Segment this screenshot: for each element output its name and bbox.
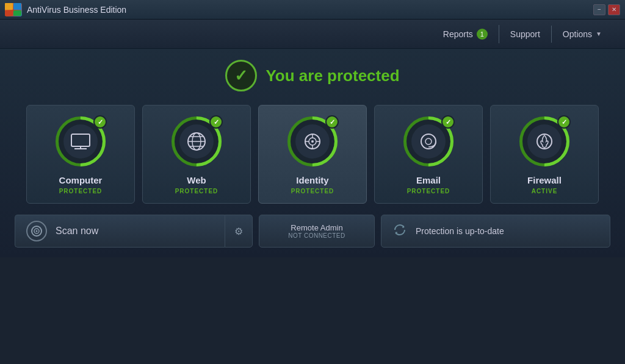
main-content: You are protected ✓ Computer PROTE — [0, 49, 625, 257]
remote-admin-button[interactable]: Remote Admin NOT CONNECTED — [259, 215, 375, 248]
computer-module-status: PROTECTED — [59, 188, 103, 194]
bottom-bar: Scan now ⚙ Remote Admin NOT CONNECTED Pr… — [15, 215, 610, 248]
identity-check-icon: ✓ — [325, 115, 339, 129]
settings-icon: ⚙ — [234, 226, 243, 237]
web-module-status: PROTECTED — [175, 188, 219, 194]
reports-nav-item[interactable]: Reports 1 — [432, 25, 499, 43]
svg-point-8 — [192, 133, 201, 150]
identity-icon — [295, 124, 330, 159]
svg-point-19 — [421, 134, 436, 149]
web-check-icon: ✓ — [209, 115, 223, 129]
computer-icon — [63, 124, 98, 159]
email-icon — [411, 124, 446, 159]
web-module-name: Web — [187, 175, 206, 185]
app-title: AntiVirus Business Edition — [27, 5, 126, 15]
status-header: You are protected — [15, 60, 610, 91]
computer-check-icon: ✓ — [93, 115, 107, 129]
update-label: Protection is up-to-date — [416, 226, 504, 236]
email-module-status: PROTECTED — [407, 188, 450, 194]
support-nav-item[interactable]: Support — [499, 26, 552, 43]
options-label: Options — [563, 29, 592, 39]
close-button[interactable]: ✕ — [608, 4, 620, 15]
scan-now-button[interactable]: Scan now — [15, 215, 225, 248]
remote-admin-status: NOT CONNECTED — [288, 232, 345, 239]
firewall-icon-wrapper: ✓ — [519, 116, 569, 166]
email-icon-wrapper: ✓ — [403, 116, 453, 166]
modules-grid: ✓ Computer PROTECTED — [15, 105, 610, 204]
svg-point-12 — [305, 134, 320, 149]
email-module-name: Email — [416, 175, 441, 185]
svg-point-7 — [188, 133, 205, 150]
titlebar: AntiVirus Business Edition − ✕ — [0, 0, 625, 20]
update-button[interactable]: Protection is up-to-date — [381, 215, 610, 248]
computer-module-name: Computer — [59, 175, 103, 185]
status-text: You are protected — [266, 66, 399, 85]
firewall-module-name: Firewall — [527, 175, 562, 185]
update-icon — [392, 223, 407, 240]
svg-point-24 — [36, 230, 38, 232]
scan-label: Scan now — [56, 226, 98, 237]
module-card-email[interactable]: ✓ Email PROTECTED — [374, 105, 483, 204]
identity-icon-wrapper: ✓ — [287, 116, 338, 166]
svg-rect-4 — [71, 134, 90, 146]
svg-point-21 — [537, 134, 552, 149]
scan-settings-button[interactable]: ⚙ — [225, 215, 253, 248]
computer-icon-wrapper: ✓ — [56, 116, 106, 166]
firewall-check-icon: ✓ — [557, 115, 571, 129]
reports-label: Reports — [443, 29, 473, 39]
firewall-module-status: ACTIVE — [532, 188, 558, 194]
svg-rect-3 — [13, 10, 21, 16]
titlebar-controls: − ✕ — [593, 4, 620, 15]
svg-rect-1 — [13, 3, 21, 10]
svg-point-13 — [309, 138, 316, 145]
remote-admin-label: Remote Admin — [291, 223, 342, 232]
web-icon — [179, 124, 214, 159]
options-nav-item[interactable]: Options ▼ — [552, 26, 613, 43]
scan-icon — [26, 221, 47, 241]
module-card-firewall[interactable]: ✓ Firewall ACTIVE — [490, 105, 599, 204]
identity-module-status: PROTECTED — [291, 188, 334, 194]
header-nav: Reports 1 Support Options ▼ — [0, 20, 625, 49]
status-check-circle — [225, 60, 257, 91]
firewall-icon — [527, 124, 562, 159]
web-icon-wrapper: ✓ — [172, 116, 222, 166]
svg-point-14 — [311, 140, 314, 143]
svg-point-20 — [425, 138, 432, 145]
identity-module-name: Identity — [296, 175, 328, 185]
email-check-icon: ✓ — [441, 115, 455, 129]
titlebar-left: AntiVirus Business Edition — [5, 3, 126, 16]
module-card-web[interactable]: ✓ Web PROTECTED — [142, 105, 251, 204]
module-card-computer[interactable]: ✓ Computer PROTECTED — [26, 105, 135, 204]
nav-items: Reports 1 Support Options ▼ — [432, 25, 613, 43]
module-card-identity[interactable]: ✓ Identity PROTECTED — [258, 105, 367, 204]
reports-badge: 1 — [477, 29, 488, 40]
minimize-button[interactable]: − — [593, 4, 605, 15]
support-label: Support — [510, 29, 540, 39]
scan-section: Scan now ⚙ — [15, 215, 253, 248]
svg-rect-2 — [5, 10, 13, 16]
avg-logo — [5, 3, 22, 16]
options-arrow-icon: ▼ — [596, 30, 602, 37]
svg-rect-0 — [5, 3, 13, 10]
